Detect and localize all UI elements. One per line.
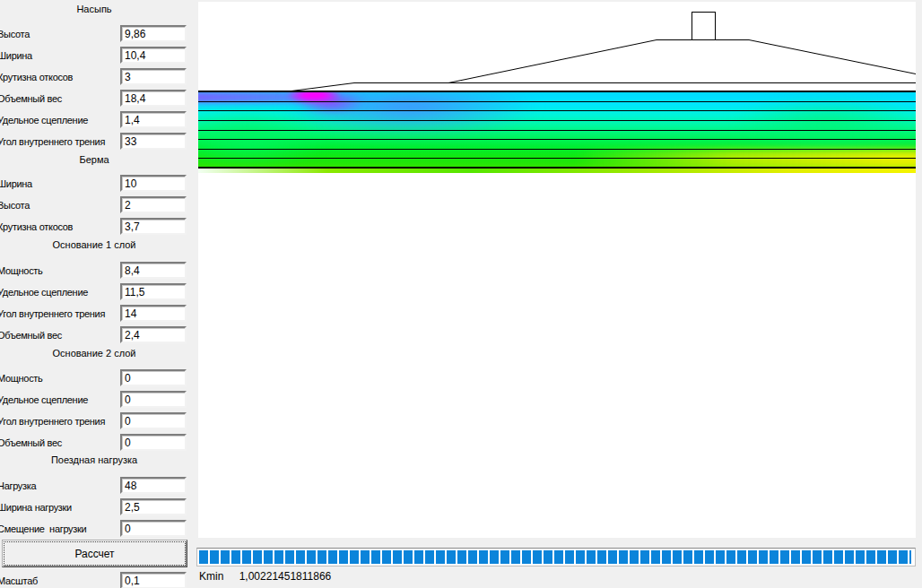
field-row: Высота (0, 25, 190, 43)
berm-height-input[interactable] (120, 196, 187, 213)
field-label: Удельное сцепление (0, 115, 88, 125)
kmin-label: Kmin (199, 570, 223, 583)
calc-button[interactable]: Рассчет (2, 540, 187, 567)
field-row: Угол внутреннего трения (0, 412, 190, 430)
heatmap-green-zone-right (732, 99, 916, 151)
field-label: Удельное сцепление (0, 287, 88, 298)
field-label: Мощность (0, 373, 43, 384)
stability-heatmap (198, 91, 916, 173)
field-label: Мощность (0, 265, 43, 276)
section-title-embankment: Насыпь (0, 4, 188, 14)
train-load-rect (692, 13, 716, 40)
layer-line (198, 139, 916, 140)
calculation-progress-bar (196, 548, 916, 566)
parameters-panel: Насыпь Высота Ширина Крутизна откосов Об… (0, 0, 190, 588)
base2-thickness-input[interactable] (120, 369, 187, 386)
load-value-input[interactable] (120, 477, 187, 494)
field-row: Крутизна откосов (0, 68, 190, 86)
kmin-status: Kmin 1,00221451811866 (199, 570, 331, 583)
heatmap-bottom-band (198, 169, 916, 173)
berm-slope-input[interactable] (120, 218, 187, 235)
kmin-value: 1,00221451811866 (239, 570, 332, 583)
scale-input[interactable] (120, 572, 187, 588)
field-row: Высота (0, 196, 190, 214)
embankment-height-input[interactable] (120, 25, 187, 42)
drawing-canvas (198, 2, 916, 538)
section-title-base-layer2: Основание 2 слой (0, 348, 188, 359)
field-label: Высота (0, 200, 30, 211)
field-label: Угол внутреннего трения (0, 308, 105, 319)
base1-friction-angle-input[interactable] (120, 305, 187, 322)
field-label: Масштаб (0, 575, 38, 586)
embankment-friction-angle-input[interactable] (120, 133, 187, 150)
field-label: Объемный вес (0, 437, 62, 448)
load-width-input[interactable] (120, 498, 187, 515)
progress-bar-segments (199, 550, 911, 564)
field-row: Мощность (0, 369, 190, 387)
embankment-slope-input[interactable] (120, 68, 187, 85)
field-row: Объемный вес (0, 434, 190, 452)
load-offset-input[interactable] (120, 520, 187, 537)
layer-line (198, 130, 916, 131)
field-label: Высота (0, 29, 30, 39)
field-label: Угол внутреннего трения (0, 136, 105, 147)
field-row: Удельное сцепление (0, 391, 190, 409)
field-row: Смещение нагрузки (0, 520, 190, 538)
field-label: Угол внутреннего трения (0, 416, 105, 427)
field-row: Угол внутреннего трения (0, 305, 190, 323)
field-row: Угол внутреннего трения (0, 133, 190, 151)
berm-width-input[interactable] (120, 175, 187, 192)
field-row: Мощность (0, 262, 190, 280)
base1-unit-weight-input[interactable] (120, 326, 187, 343)
field-row: Удельное сцепление (0, 111, 190, 129)
embankment-cohesion-input[interactable] (120, 111, 187, 128)
field-label: Крутизна откосов (0, 72, 73, 82)
field-row: Ширина (0, 175, 190, 193)
base2-cohesion-input[interactable] (120, 391, 187, 408)
field-label: Крутизна откосов (0, 221, 73, 232)
field-label: Объемный вес (0, 93, 62, 104)
layer-line (198, 158, 916, 159)
field-label: Ширина (0, 178, 32, 189)
layer-line (198, 149, 916, 150)
layer-line (198, 120, 916, 121)
field-row: Удельное сцепление (0, 283, 190, 301)
base2-friction-angle-input[interactable] (120, 412, 187, 429)
base1-cohesion-input[interactable] (120, 283, 187, 300)
field-row: Объемный вес (0, 90, 190, 108)
field-label: Нагрузка (0, 480, 36, 491)
field-row: Ширина нагрузки (0, 498, 190, 516)
field-label: Смещение нагрузки (0, 523, 86, 534)
section-title-train-load: Поездная нагрузка (0, 454, 188, 465)
field-label: Удельное сцепление (0, 394, 88, 405)
base1-thickness-input[interactable] (120, 262, 187, 279)
field-label: Ширина нагрузки (0, 502, 72, 513)
ground-surface-line (198, 91, 916, 92)
layer-bottom-line (198, 167, 916, 169)
field-row: Нагрузка (0, 477, 190, 495)
field-row: Масштаб (0, 572, 190, 588)
embankment-unit-weight-input[interactable] (120, 90, 187, 107)
field-row: Объемный вес (0, 326, 190, 344)
layer-line (198, 110, 916, 111)
embankment-width-input[interactable] (120, 47, 187, 64)
base2-unit-weight-input[interactable] (120, 434, 187, 451)
section-title-berm: Берма (0, 154, 188, 165)
embankment-outline (198, 2, 916, 92)
section-title-base-layer1: Основание 1 слой (0, 239, 188, 250)
field-row: Ширина (0, 47, 190, 65)
field-label: Ширина (0, 50, 32, 61)
field-row: Крутизна откосов (0, 218, 190, 236)
layer-line (198, 101, 916, 102)
field-label: Объемный вес (0, 330, 62, 341)
